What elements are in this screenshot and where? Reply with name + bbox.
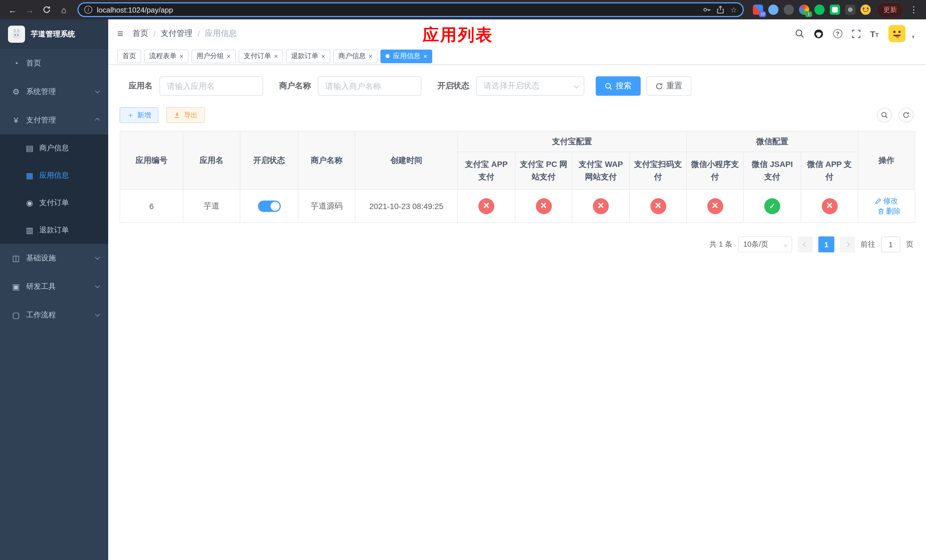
sidebar-item-refund-order[interactable]: ▥ 退款订单 bbox=[0, 216, 108, 244]
goto-suffix: 页 bbox=[906, 239, 914, 250]
sidebar-item-system[interactable]: ⚙ 系统管理 bbox=[0, 77, 108, 106]
sidebar-toggle-icon[interactable]: ≡ bbox=[117, 28, 123, 39]
close-icon[interactable]: × bbox=[179, 53, 183, 59]
sidebar-item-label: 退款订单 bbox=[39, 225, 99, 235]
sidebar-item-merchant-info[interactable]: ▤ 商户信息 bbox=[0, 135, 108, 162]
prev-page-button[interactable] bbox=[798, 236, 813, 252]
table-toolbar: ＋ 新增 导出 bbox=[120, 107, 914, 123]
wechat-jsapi-status-icon bbox=[764, 198, 780, 214]
browser-home-button[interactable]: ⌂ bbox=[57, 3, 71, 17]
page-number-button[interactable]: 1 bbox=[819, 236, 834, 252]
add-button[interactable]: ＋ 新增 bbox=[120, 107, 158, 123]
col-created: 创建时间 bbox=[355, 131, 458, 189]
search-icon bbox=[881, 112, 888, 118]
sidebar-item-label: 研发工具 bbox=[26, 282, 96, 292]
reset-button[interactable]: 重置 bbox=[646, 76, 691, 96]
sidebar-item-workflow[interactable]: ▢ 工作流程 bbox=[0, 301, 108, 329]
extension-wechat-devtools-icon[interactable] bbox=[830, 5, 840, 15]
extension-green-circle-icon[interactable] bbox=[814, 5, 825, 15]
tab-pay-order[interactable]: 支付订单× bbox=[239, 49, 283, 63]
search-form: 应用名 商户名称 开启状态 请选择开启状态 搜索 重置 bbox=[120, 76, 914, 96]
merchant-name-input[interactable] bbox=[318, 76, 421, 96]
chevron-down-icon bbox=[574, 84, 579, 89]
tab-process-form[interactable]: 流程表单× bbox=[144, 49, 189, 63]
goto-page-input[interactable] bbox=[881, 236, 900, 252]
app-name-input[interactable] bbox=[159, 76, 263, 96]
search-button[interactable]: 搜索 bbox=[596, 76, 641, 96]
share-icon[interactable] bbox=[717, 6, 725, 14]
logo-image bbox=[8, 26, 25, 43]
extension-grid-icon[interactable]: 10 bbox=[753, 5, 763, 15]
browser-back-button[interactable]: ← bbox=[6, 3, 20, 17]
extension-dark-circle-icon[interactable] bbox=[784, 5, 794, 15]
refresh-table-button[interactable] bbox=[899, 107, 914, 123]
chevron-down-icon bbox=[95, 283, 100, 288]
goto-prefix: 前往 bbox=[861, 239, 875, 250]
close-icon[interactable]: × bbox=[227, 53, 231, 59]
extension-blue-icon[interactable] bbox=[768, 5, 779, 15]
sidebar-item-dev-tools[interactable]: ▣ 研发工具 bbox=[0, 272, 108, 301]
app-logo[interactable]: 芋道管理系统 bbox=[0, 20, 108, 49]
bookmark-star-icon[interactable]: ☆ bbox=[730, 5, 737, 14]
browser-menu-icon[interactable]: ⋮ bbox=[907, 5, 920, 15]
url-text[interactable]: localhost:1024/pay/app bbox=[97, 5, 699, 14]
tab-user-group[interactable]: 用户分组× bbox=[191, 49, 236, 63]
site-info-icon[interactable]: i bbox=[84, 6, 92, 14]
close-icon[interactable]: × bbox=[423, 53, 427, 59]
tab-merchant-info[interactable]: 商户信息× bbox=[333, 49, 378, 63]
status-toggle[interactable] bbox=[258, 200, 280, 212]
tab-refund-order[interactable]: 退款订单× bbox=[286, 49, 330, 63]
header-search-icon[interactable] bbox=[795, 29, 804, 38]
chevron-right-icon bbox=[845, 242, 850, 247]
tab-home[interactable]: 首页 bbox=[117, 49, 141, 63]
breadcrumb: 首页 / 支付管理 / 应用信息 bbox=[132, 29, 237, 39]
address-bar[interactable]: i localhost:1024/pay/app ☆ bbox=[77, 2, 744, 17]
alipay-wap-status-icon bbox=[593, 198, 609, 214]
col-merchant: 商户名称 bbox=[298, 131, 355, 189]
browser-update-button[interactable]: 更新 bbox=[876, 2, 904, 17]
avatar[interactable] bbox=[888, 25, 905, 42]
github-icon[interactable] bbox=[814, 29, 823, 38]
tab-app-info[interactable]: 应用信息× bbox=[380, 49, 432, 63]
col-alipay-qr: 支付宝扫码支付 bbox=[629, 152, 687, 189]
sidebar-item-home[interactable]: ◔ 首页 bbox=[0, 49, 108, 77]
extension-badge: 1 bbox=[805, 11, 812, 17]
extension-badge: 10 bbox=[759, 11, 766, 17]
search-icon bbox=[605, 82, 612, 90]
sidebar-item-infrastructure[interactable]: ◫ 基础设施 bbox=[0, 244, 108, 272]
extension-emoji-icon[interactable] bbox=[861, 5, 871, 15]
delete-link[interactable]: 删除 bbox=[877, 206, 901, 216]
breadcrumb-separator: / bbox=[153, 29, 156, 38]
status-select[interactable]: 请选择开启状态 bbox=[476, 76, 584, 96]
sidebar-item-app-info[interactable]: ▦ 应用信息 bbox=[0, 162, 108, 189]
page-size-select[interactable]: 10条/页 bbox=[738, 236, 792, 252]
dashboard-icon: ◔ bbox=[11, 59, 21, 68]
tab-label: 退款订单 bbox=[291, 51, 318, 61]
close-icon[interactable]: × bbox=[274, 53, 278, 59]
page-content: 应用名 商户名称 开启状态 请选择开启状态 搜索 重置 bbox=[108, 65, 926, 560]
sidebar-item-payment[interactable]: ¥ 支付管理 bbox=[0, 106, 108, 135]
password-key-icon[interactable] bbox=[703, 6, 711, 14]
fullscreen-icon[interactable] bbox=[852, 29, 860, 38]
breadcrumb-separator: / bbox=[198, 29, 200, 38]
breadcrumb-home[interactable]: 首页 bbox=[132, 29, 148, 39]
edit-link[interactable]: 修改 bbox=[875, 196, 898, 206]
col-app-name: 应用名 bbox=[183, 131, 240, 189]
export-button[interactable]: 导出 bbox=[166, 107, 205, 123]
cell-merchant: 芋道源码 bbox=[298, 189, 355, 222]
font-size-icon[interactable]: TT bbox=[870, 29, 879, 38]
col-actions: 操作 bbox=[858, 131, 915, 189]
extension-colorful-icon[interactable]: 1 bbox=[799, 5, 809, 15]
browser-forward-button[interactable]: → bbox=[23, 3, 36, 17]
close-icon[interactable]: × bbox=[368, 53, 372, 59]
extension-puzzle-icon[interactable] bbox=[845, 5, 855, 15]
browser-reload-button[interactable] bbox=[40, 3, 53, 17]
next-page-button[interactable] bbox=[840, 236, 855, 252]
show-search-toggle-button[interactable] bbox=[877, 107, 892, 123]
avatar-dropdown-caret-icon[interactable]: ▾ bbox=[912, 33, 915, 42]
chevron-down-icon bbox=[95, 255, 100, 260]
sidebar-item-pay-order[interactable]: ◉ 支付订单 bbox=[0, 189, 108, 216]
close-icon[interactable]: × bbox=[321, 53, 325, 59]
breadcrumb-section[interactable]: 支付管理 bbox=[160, 29, 192, 39]
help-icon[interactable]: ? bbox=[833, 29, 842, 38]
